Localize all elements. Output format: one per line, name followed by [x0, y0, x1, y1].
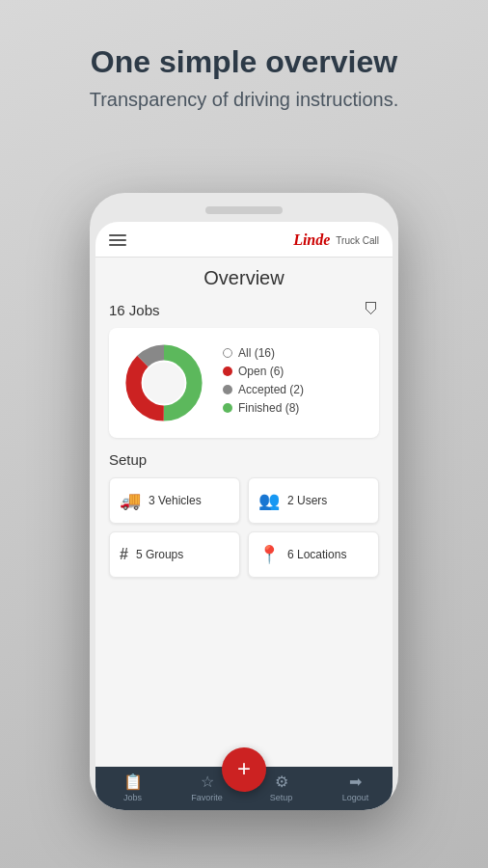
- jobs-header: 16 Jobs ⛉: [109, 301, 379, 318]
- jobs-count-label: 16 Jobs: [109, 302, 160, 318]
- nav-logout[interactable]: ➡ Logout: [318, 773, 393, 802]
- svg-point-3: [143, 362, 184, 403]
- nav-favorite-label: Favorite: [191, 793, 223, 802]
- setup-card-groups[interactable]: # 5 Groups: [109, 531, 240, 578]
- setup-grid: 🚚 3 Vehicles 👥 2 Users # 5 Groups 📍 6 Lo…: [109, 477, 379, 578]
- fab-add-button[interactable]: +: [222, 747, 266, 792]
- groups-label: 5 Groups: [136, 548, 183, 561]
- legend-all: All (16): [223, 346, 367, 360]
- nav-setup-icon: ⚙: [275, 773, 288, 791]
- nav-logout-label: Logout: [342, 793, 369, 802]
- users-icon: 👥: [258, 490, 280, 511]
- chart-legend: All (16) Open (6) Accepted (2) Finished …: [223, 346, 367, 420]
- hero-section: One simple overview Transparency of driv…: [0, 43, 488, 113]
- nav-favorite-icon: ☆: [201, 773, 214, 791]
- app-content: Overview 16 Jobs ⛉: [95, 258, 393, 767]
- legend-dot-all: [223, 348, 232, 358]
- app-header: Linde Truck Call: [95, 222, 393, 258]
- legend-dot-open: [223, 366, 232, 376]
- legend-finished-label: Finished (8): [238, 401, 299, 415]
- legend-accepted: Accepted (2): [223, 383, 367, 396]
- legend-open-label: Open (6): [238, 365, 284, 378]
- legend-dot-accepted: [223, 385, 232, 394]
- hero-subtitle: Transparency of driving instructions.: [0, 86, 488, 113]
- users-label: 2 Users: [287, 494, 327, 507]
- nav-setup-label: Setup: [270, 793, 293, 802]
- locations-icon: 📍: [258, 544, 280, 565]
- setup-card-vehicles[interactable]: 🚚 3 Vehicles: [109, 477, 240, 524]
- legend-finished: Finished (8): [223, 401, 367, 415]
- groups-icon: #: [120, 546, 128, 563]
- legend-open: Open (6): [223, 365, 367, 378]
- setup-title: Setup: [109, 451, 379, 468]
- nav-jobs-label: Jobs: [123, 793, 142, 802]
- legend-all-label: All (16): [238, 346, 275, 360]
- logo-product: Truck Call: [336, 235, 379, 246]
- phone-screen: Linde Truck Call Overview 16 Jobs ⛉: [95, 222, 393, 810]
- nav-jobs[interactable]: 📋 Jobs: [95, 773, 170, 802]
- hamburger-menu-button[interactable]: [109, 234, 126, 246]
- phone-device: Linde Truck Call Overview 16 Jobs ⛉: [90, 193, 398, 810]
- bottom-nav: 📋 Jobs ☆ Favorite + ⚙ Setup ➡ Logout: [95, 767, 393, 810]
- vehicles-label: 3 Vehicles: [149, 494, 202, 507]
- donut-chart: [121, 339, 207, 426]
- hero-title: One simple overview: [0, 43, 488, 80]
- setup-card-locations[interactable]: 📍 6 Locations: [248, 531, 379, 578]
- locations-label: 6 Locations: [287, 548, 346, 561]
- legend-dot-finished: [223, 403, 232, 413]
- setup-card-users[interactable]: 👥 2 Users: [248, 477, 379, 524]
- fab-plus-icon: +: [237, 757, 251, 780]
- legend-accepted-label: Accepted (2): [238, 383, 304, 396]
- nav-jobs-icon: 📋: [123, 773, 143, 791]
- filter-icon[interactable]: ⛉: [364, 301, 379, 318]
- app-logo: Linde Truck Call: [293, 231, 379, 249]
- vehicles-icon: 🚚: [120, 490, 141, 511]
- logo-brand: Linde: [293, 231, 330, 249]
- chart-section: All (16) Open (6) Accepted (2) Finished …: [109, 328, 379, 438]
- phone-notch: [205, 206, 283, 214]
- page-title: Overview: [109, 267, 379, 289]
- nav-logout-icon: ➡: [349, 773, 362, 791]
